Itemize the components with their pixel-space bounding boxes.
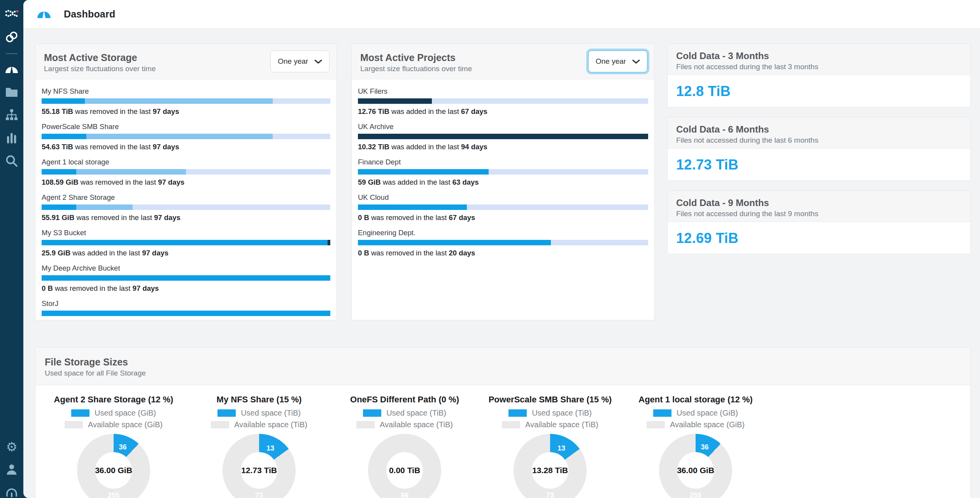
donut-center: 12.73 TiB <box>241 452 277 489</box>
storage-donut-chart: My NFS Share (15 %)Used space (TiB)Avail… <box>186 395 332 498</box>
legend-swatch <box>363 409 381 417</box>
link-icon <box>5 30 18 44</box>
card-subtitle: Files not accessed during the last 9 mon… <box>676 209 962 218</box>
legend-label: Available space (TiB) <box>380 420 453 429</box>
sidebar-item-support[interactable] <box>4 485 19 498</box>
stat-value: 55.18 TiB <box>42 107 73 115</box>
sidebar-item-account[interactable] <box>4 462 19 477</box>
donut-chart: 3625536.00 GiB <box>77 434 150 498</box>
stat-days: 94 days <box>461 143 487 151</box>
legend-item-available: Available space (GiB) <box>647 420 745 429</box>
sidebar-item-reports[interactable] <box>4 130 19 146</box>
bar-segment <box>42 98 85 104</box>
storage-activity-row: StorJ0 B was removed in the last 97 days <box>42 299 330 320</box>
project-activity-row: UK Archive10.32 TiB was added in the las… <box>358 122 648 151</box>
card-title: Cold Data - 6 Months <box>676 124 962 135</box>
chevron-down-icon <box>632 59 640 64</box>
bar-segment <box>42 275 330 281</box>
bar-segment <box>42 311 330 316</box>
used-slice-label: 13 <box>266 444 274 452</box>
cold-data-value: 12.69 TiB <box>676 230 738 246</box>
stat-value: 0 B <box>42 284 53 292</box>
activity-item-name: Agent 2 Share Storage <box>42 193 330 202</box>
dashboard-content: Most Active Storage Largest size fluctua… <box>23 28 980 498</box>
activity-stat: 25.9 GiB was added in the last 97 days <box>42 249 330 257</box>
app-root: ⚙ Dashboard <box>0 0 980 498</box>
sidebar-divider <box>6 53 18 54</box>
file-storage-sizes-panel: File Storage Sizes Used space for all Fi… <box>35 347 971 498</box>
donut-center: 13.28 TiB <box>532 452 568 489</box>
activity-item-name: UK Cloud <box>358 193 648 202</box>
top-row: Most Active Storage Largest size fluctua… <box>35 44 971 320</box>
stat-value: 59 GiB <box>358 178 381 186</box>
user-icon <box>5 463 18 476</box>
activity-stat: 0 B was removed in the last 67 days <box>358 213 648 222</box>
projects-activity-list: UK Filers12.76 TiB was added in the last… <box>352 79 654 320</box>
stat-days: 67 days <box>461 107 487 115</box>
projects-range-dropdown[interactable]: One year <box>588 51 647 72</box>
stat-days: 97 days <box>158 178 184 186</box>
bar-segment <box>358 240 551 245</box>
bar-segment <box>358 169 489 175</box>
sidebar-item-search[interactable] <box>4 153 19 169</box>
column-gap <box>655 44 667 320</box>
donut-total: 0.00 TiB <box>389 466 420 475</box>
bar-segment <box>133 204 330 210</box>
sidebar-item-settings[interactable]: ⚙ <box>4 439 19 454</box>
cold-data-card: Cold Data - 3 MonthsFiles not accessed d… <box>667 44 971 107</box>
available-slice-label: 255 <box>690 491 701 498</box>
page-title: Dashboard <box>64 9 115 20</box>
dropdown-value: One year <box>278 57 308 66</box>
activity-stat: 10.32 TiB was added in the last 94 days <box>358 143 648 151</box>
activity-item-name: Agent 1 local storage <box>42 158 330 166</box>
used-slice-label: 36 <box>119 443 127 451</box>
stat-days: 67 days <box>449 213 475 222</box>
chart-title: My NFS Share (15 %) <box>217 395 302 405</box>
bar-chart-icon <box>6 132 18 144</box>
donut-charts-row: Agent 2 Share Storage (12 %)Used space (… <box>35 385 970 498</box>
card-title: Cold Data - 3 Months <box>676 51 962 61</box>
activity-stat: 54.63 TiB was removed in the last 97 day… <box>42 143 330 151</box>
legend-swatch <box>508 409 527 417</box>
legend-swatch <box>502 421 520 428</box>
bar-segment <box>42 204 76 210</box>
search-icon <box>5 155 18 167</box>
legend-label: Available space (TiB) <box>525 420 598 429</box>
available-slice-label: 255 <box>108 491 119 498</box>
activity-bar <box>42 98 330 104</box>
used-slice-label: 13 <box>557 444 565 452</box>
project-activity-row: Engineering Dept.0 B was removed in the … <box>358 229 648 257</box>
bar-segment <box>186 169 330 175</box>
sidebar-item-hierarchy[interactable] <box>4 107 19 123</box>
storage-donut-chart: OneFS Different Path (0 %)Used space (Ti… <box>332 395 477 498</box>
most-active-projects-panel: Most Active Projects Largest size fluctu… <box>351 44 655 320</box>
bar-segment <box>76 169 186 175</box>
legend-item-available: Available space (TiB) <box>502 420 598 429</box>
stat-days: 97 days <box>132 284 159 292</box>
stat-value: 55.91 GiB <box>42 213 74 222</box>
sidebar-item-dashboard[interactable] <box>4 61 19 77</box>
activity-bar <box>42 311 330 316</box>
stat-value: 108.59 GiB <box>42 178 79 186</box>
stat-days: 20 days <box>449 249 475 257</box>
activity-stat: 0 B was removed in the last 97 days <box>42 284 330 293</box>
headset-icon <box>5 487 18 498</box>
activity-item-name: My S3 Bucket <box>42 229 330 237</box>
legend-label: Used space (TiB) <box>241 409 301 418</box>
legend-item-used: Used space (TiB) <box>217 409 301 418</box>
storage-donut-chart: Agent 2 Share Storage (12 %)Used space (… <box>41 395 186 498</box>
stat-days: 63 days <box>452 178 479 186</box>
sidebar-item-integrations[interactable] <box>4 29 19 45</box>
sidebar-item-files[interactable] <box>4 84 19 100</box>
legend-label: Used space (TiB) <box>386 409 446 418</box>
bar-segment <box>273 134 330 139</box>
activity-stat: 0 B was removed in the last 97 days <box>42 320 330 320</box>
legend-item-available: Available space (TiB) <box>211 420 307 429</box>
storage-activity-list[interactable]: My NFS Share55.18 TiB was removed in the… <box>35 79 337 320</box>
storage-range-dropdown[interactable]: One year <box>270 51 330 72</box>
bar-segment <box>76 204 133 210</box>
app-logo[interactable] <box>5 6 19 22</box>
activity-stat: 55.18 TiB was removed in the last 97 day… <box>42 107 330 116</box>
activity-stat: 0 B was removed in the last 20 days <box>358 249 648 257</box>
stat-value: 54.63 TiB <box>42 143 73 151</box>
